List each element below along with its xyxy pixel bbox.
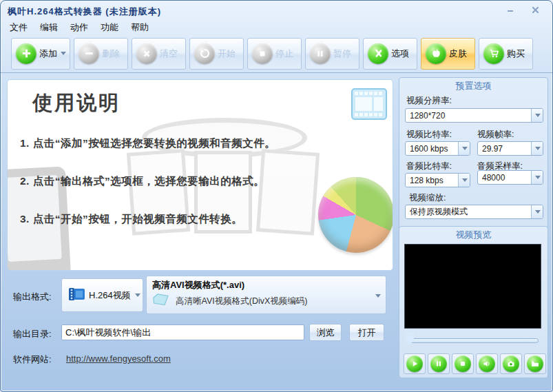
options-button[interactable]: 选项 [363,38,417,70]
play-button[interactable] [404,353,426,374]
close-icon[interactable] [528,4,543,15]
start-icon [194,43,215,64]
filmstrip-icon [351,88,387,123]
scaling-label: 视频缩放: [409,192,446,204]
frame-rate-select[interactable]: 29.97 [477,141,543,156]
options-icon [368,43,388,64]
frame-rate-label: 视频帧率: [477,129,514,141]
add-button[interactable]: 添加 [11,38,70,70]
buy-button-label: 购买 [507,48,525,60]
sample-rate-select[interactable]: 48000 [477,170,543,185]
stop-button[interactable]: 停止 [247,38,302,70]
stop-playback-button[interactable] [452,353,474,374]
pie-chart-graphic [318,177,393,253]
chevron-down-icon[interactable] [531,205,543,218]
video-screen [404,244,541,329]
seek-slider-thumb[interactable] [405,332,414,346]
window-controls [503,4,543,15]
folder-icon [152,292,170,310]
buy-icon [483,43,504,64]
toolbar: 添加 删除 清空 开始 停止 [1,35,552,73]
website-link[interactable]: http://www.fengyesoft.com [66,353,171,364]
usage-heading: 使用说明 [32,90,121,117]
output-format-value: H.264视频 [89,289,131,302]
speaker-icon [479,355,495,372]
chevron-down-icon[interactable] [458,142,470,155]
pause-button[interactable]: 暂停 [305,38,359,70]
output-format-select[interactable]: H.264视频 [61,278,143,312]
stop-icon [252,43,273,64]
chevron-down-icon[interactable] [531,142,543,155]
pause-icon [310,43,331,64]
menu-help[interactable]: 帮助 [125,20,155,35]
preset-panel-title: 预置选项 [399,80,547,92]
stop-button-label: 停止 [275,48,293,60]
skin-button[interactable]: 皮肤 [421,38,475,70]
usage-step-3: 3. 点击“开始”按钮，开始视频音频文件转换。 [20,212,242,227]
clear-button-label: 清空 [160,48,178,60]
app-window: 枫叶H.264格式转换器 (未注册版本) 文件 编辑 动作 功能 帮助 添加 [0,0,553,392]
skin-button-label: 皮肤 [449,48,467,60]
delete-button-label: 删除 [102,48,120,60]
browse-button[interactable]: 浏览 [309,324,342,341]
pause-button-label: 暂停 [333,48,351,60]
usage-step-1: 1. 点击“添加”按钮选择您要转换的视频和音频文件。 [20,136,275,151]
stop-icon [455,355,471,372]
title-bar: 枫叶H.264格式转换器 (未注册版本) [1,1,552,19]
camera-icon [503,355,519,372]
add-icon [16,43,36,64]
clear-button[interactable]: 清空 [132,38,186,70]
window-title: 枫叶H.264格式转换器 (未注册版本) [8,6,161,17]
snapshot-button[interactable] [500,353,522,374]
pause-playback-button[interactable] [428,353,450,374]
menu-action[interactable]: 动作 [64,20,94,35]
buy-button[interactable]: 购买 [479,38,533,70]
resolution-select[interactable]: 1280*720 [405,108,543,123]
open-folder-button[interactable] [524,353,546,374]
play-icon [406,355,423,372]
menu-function[interactable]: 功能 [94,20,125,35]
clear-icon [136,43,157,64]
menu-file[interactable]: 文件 [3,20,34,35]
chevron-down-icon [375,294,381,298]
start-button[interactable]: 开始 [189,38,244,70]
options-button-label: 选项 [391,48,409,60]
output-dir-input[interactable] [61,324,304,340]
chevron-down-icon[interactable] [531,171,543,184]
resolution-label: 视频分辨率: [406,95,452,107]
website-label: 软件网站: [13,353,52,366]
menu-bar: 文件 编辑 动作 功能 帮助 [1,19,552,35]
open-button[interactable]: 打开 [349,324,384,341]
audio-bitrate-label: 音频比特率: [406,161,452,172]
scaling-select[interactable]: 保持原视频模式 [405,205,543,219]
add-button-label: 添加 [39,48,57,60]
output-dir-label: 输出目录: [13,328,52,340]
start-button-label: 开始 [218,48,236,60]
menu-edit[interactable]: 编辑 [34,20,64,35]
player-controls [404,353,546,374]
folder-icon [527,355,543,372]
chevron-down-icon [61,52,66,55]
delete-button[interactable]: 删除 [74,38,128,70]
instructions-panel: 使用说明 1. 点击“添加”按钮选择您要转换的视频和音频文件。 2. 点击“输出… [7,79,393,271]
usage-step-2: 2. 点击“输出格式”选项框，选择您要输出的格式。 [20,174,264,189]
audio-bitrate-select[interactable]: 128 kbps [405,173,470,187]
pause-icon [430,355,447,372]
profile-title: 高清AVI视频格式(*.avi) [152,279,372,291]
preset-options-panel: 预置选项 视频分辨率: 1280*720 视频比特率: 视频帧率: 1600 k… [399,77,548,237]
chevron-down-icon[interactable] [531,109,543,122]
video-preview-panel: 视频预览 [399,226,548,378]
h264-format-icon [67,286,85,305]
profile-description: 高清晰AVI视频格式(DivX视频编码) [176,296,307,307]
video-bitrate-label: 视频比特率: [406,129,452,141]
video-bitrate-select[interactable]: 1600 kbps [405,141,470,156]
chevron-down-icon[interactable] [458,174,470,187]
preview-panel-title: 视频预览 [399,229,547,241]
chevron-down-icon [135,293,140,297]
seek-slider[interactable] [408,338,539,343]
output-format-label: 输出格式: [13,291,52,303]
volume-button[interactable] [476,353,498,374]
skin-icon [426,43,446,64]
output-profile-select[interactable]: 高清AVI视频格式(*.avi) 高清晰AVI视频格式(DivX视频编码) [146,276,386,314]
minimize-icon[interactable] [503,4,518,15]
